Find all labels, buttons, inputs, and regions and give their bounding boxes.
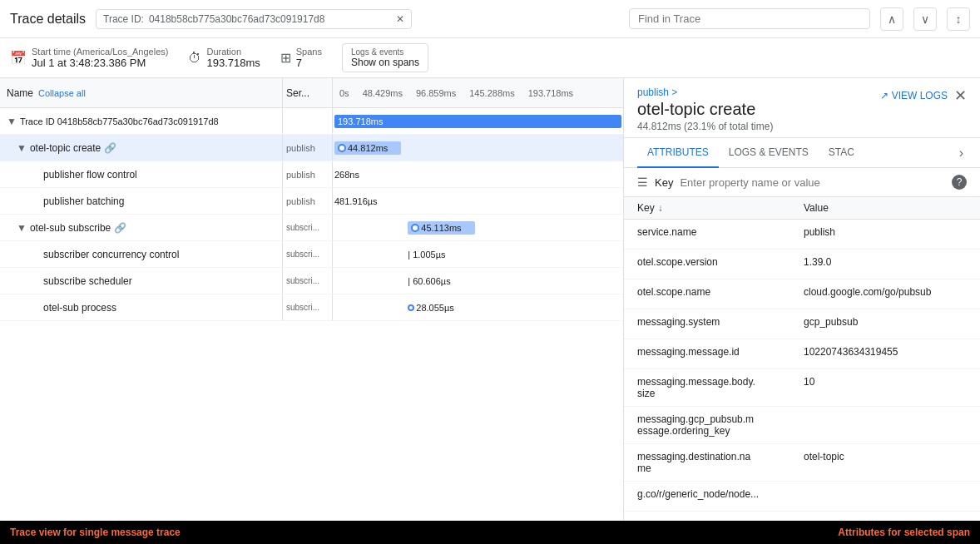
row-service-sub-sched: subscri... (283, 268, 333, 294)
clear-trace-icon[interactable]: ✕ (396, 13, 404, 25)
trace-row[interactable]: ▼ otel-topic create 🔗 publish 44.812ms (0, 135, 623, 161)
filter-bar: ☰ Key ? (624, 168, 980, 197)
trace-row[interactable]: publisher flow control publish 268ns (0, 161, 623, 188)
link-icon[interactable]: 🔗 (104, 142, 116, 154)
async-dot-icon (408, 304, 414, 311)
row-service-sub-conc: subscri... (283, 241, 333, 267)
attr-row: g.co/r/generic_node/node... (624, 482, 980, 512)
start-time-item: 📅 Start time (America/Los_Angeles) Jul 1… (10, 47, 168, 69)
spans-value: 7 (296, 57, 322, 69)
attr-value: 1.39.0 (804, 256, 831, 268)
row-name-otel-topic: ▼ otel-topic create 🔗 (0, 135, 283, 161)
tl-2: 96.859ms (416, 88, 456, 98)
trace-row[interactable]: publisher batching publish 481.916µs (0, 188, 623, 215)
detail-subtitle: 44.812ms (23.1% of total time) (637, 121, 773, 132)
logs-events-box: Logs & events Show on spans (342, 43, 428, 72)
link-icon[interactable]: 🔗 (114, 222, 126, 234)
async-dot-icon (411, 224, 419, 232)
find-trace-input-wrap[interactable] (629, 8, 870, 29)
row-name-otel-sub: ▼ otel-sub subscribe 🔗 (0, 215, 283, 240)
attr-row: messaging.message.body.size 10 (624, 369, 980, 407)
bar-label-otel-sub: 45.113ms (421, 223, 461, 233)
tl-3: 145.288ms (469, 88, 514, 98)
row-service-root (283, 108, 333, 134)
trace-id-label: Trace ID: (103, 13, 144, 25)
detail-title: otel-topic create (637, 100, 773, 119)
main-content: Name Collapse all Ser... 0s 48.429ms 96.… (0, 78, 980, 521)
row-service-otel-topic: publish (283, 135, 333, 161)
detail-header: publish > otel-topic create 44.812ms (23… (624, 78, 980, 138)
find-prev-button[interactable]: ∧ (880, 7, 903, 31)
find-expand-button[interactable]: ↕ (947, 7, 970, 31)
col-timeline: 0s 48.429ms 96.859ms 145.288ms 193.718ms (333, 78, 623, 107)
logs-events-value: Show on spans (351, 57, 419, 68)
help-icon[interactable]: ? (952, 175, 967, 190)
tab-nav-right-button[interactable]: › (956, 146, 967, 161)
attr-row: messaging.destination.name otel-topic (624, 444, 980, 482)
logs-events-label: Logs & events (351, 47, 419, 57)
attributes-table: Key ↓ Value service.name publish otel.sc… (624, 197, 980, 521)
attr-value: cloud.google.com/go/pubsub (804, 286, 931, 298)
row-name-pub-batch: publisher batching (0, 188, 283, 214)
attr-row: messaging.message.id 10220743634319455 (624, 339, 980, 369)
external-link-icon: ↗ (880, 90, 888, 101)
attr-value: otel-topic (804, 451, 844, 462)
row-name-sub-conc: subscriber concurrency control (0, 241, 283, 267)
col-name: Name Collapse all (0, 78, 283, 107)
attr-value: publish (804, 226, 835, 238)
close-panel-button[interactable]: ✕ (954, 87, 967, 105)
row-timeline-otel-sub: 45.113ms (333, 215, 623, 240)
breadcrumb[interactable]: publish > (637, 87, 773, 98)
row-name-sub-sched: subscribe scheduler (0, 268, 283, 294)
attr-row: messaging.system gcp_pubsub (624, 309, 980, 339)
collapse-all-button[interactable]: Collapse all (38, 88, 86, 98)
tab-stack[interactable]: STAC (819, 138, 864, 168)
attr-key: messaging.destination.name (637, 451, 804, 474)
row-service-pub-batch: publish (283, 188, 333, 214)
detail-actions: ↗ VIEW LOGS ✕ (880, 87, 967, 105)
trace-id-field[interactable]: Trace ID: 0418b58cb775a30bc76ad73c091917… (96, 9, 412, 29)
attr-key: messaging.system (637, 316, 804, 328)
trace-row[interactable]: subscribe scheduler subscri... | 60.606µ… (0, 268, 623, 294)
chevron-down-icon[interactable]: ▼ (17, 142, 27, 154)
top-bar: Trace details Trace ID: 0418b58cb775a30b… (0, 0, 980, 38)
page-title: Trace details (10, 12, 86, 27)
attr-row: service.name publish (624, 220, 980, 250)
trace-row[interactable]: subscriber concurrency control subscri..… (0, 241, 623, 268)
attr-value: 10 (804, 376, 814, 388)
col-service: Ser... (283, 78, 333, 107)
duration-item: ⏱ Duration 193.718ms (188, 47, 260, 69)
row-service-sub-proc: subscri... (283, 294, 333, 320)
tab-attributes[interactable]: ATTRIBUTES (637, 138, 719, 168)
annotation-right: Attributes for selected span (838, 527, 970, 538)
attr-key: messaging.message.body.size (637, 376, 804, 399)
find-trace-input[interactable] (638, 12, 861, 25)
trace-row[interactable]: otel-sub process subscri... 28.055µs (0, 294, 623, 321)
spans-label: Spans (296, 47, 322, 57)
sort-icon[interactable]: ↓ (658, 202, 663, 214)
tab-logs-events[interactable]: LOGS & EVENTS (719, 138, 819, 168)
detail-tabs: ATTRIBUTES LOGS & EVENTS STAC › (624, 138, 980, 168)
left-panel: Name Collapse all Ser... 0s 48.429ms 96.… (0, 78, 624, 521)
attr-key: messaging.gcp_pubsub.message.ordering_ke… (637, 413, 804, 437)
duration-value: 193.718ms (206, 57, 260, 69)
filter-input[interactable] (680, 176, 945, 189)
row-service-pub-flow: publish (283, 161, 333, 187)
bar-label-sub-proc: 28.055µs (408, 303, 453, 313)
attr-row: messaging.gcp_pubsub.message.ordering_ke… (624, 407, 980, 444)
trace-row[interactable]: ▼ Trace ID 0418b58cb775a30bc76ad73c09191… (0, 108, 623, 135)
trace-row[interactable]: ▼ otel-sub subscribe 🔗 subscri... 45.113… (0, 215, 623, 241)
chevron-down-icon[interactable]: ▼ (17, 222, 27, 234)
find-next-button[interactable]: ∨ (913, 7, 937, 31)
annotation-left: Trace view for single message trace (10, 527, 181, 538)
chevron-down-icon[interactable]: ▼ (7, 116, 17, 127)
attr-key: messaging.message.id (637, 346, 804, 358)
right-panel: publish > otel-topic create 44.812ms (23… (624, 78, 980, 521)
bar-label-sub-sched: | 60.606µs (408, 276, 450, 286)
attr-value: gcp_pubsub (804, 316, 858, 328)
duration-label: Duration (206, 47, 260, 57)
attr-key: g.co/r/generic_node/node... (637, 488, 804, 500)
view-logs-button[interactable]: ↗ VIEW LOGS (880, 90, 948, 101)
tl-0: 0s (339, 88, 349, 98)
attr-row: otel.scope.version 1.39.0 (624, 250, 980, 279)
